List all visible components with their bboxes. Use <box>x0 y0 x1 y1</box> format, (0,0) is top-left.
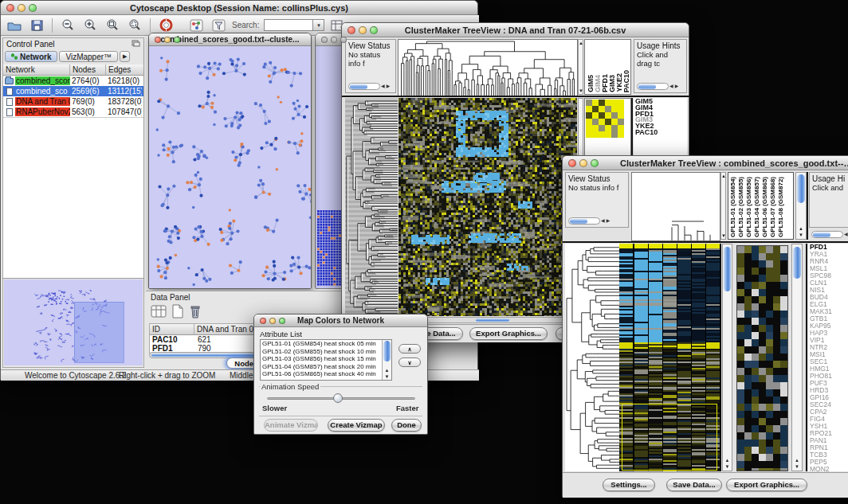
select-attributes-icon[interactable] <box>151 304 167 322</box>
new-attribute-icon[interactable] <box>171 304 184 322</box>
tv1-column-dendrogram-canvas[interactable] <box>398 39 578 96</box>
scroll-left-icon[interactable]: ◀ <box>380 83 386 90</box>
attribute-item[interactable]: GPL51-04 (GSM857) heat shock 20 min <box>261 363 391 371</box>
network-row[interactable]: combined_sco2569(6)13112(15) <box>3 86 143 96</box>
attribute-item[interactable]: GPL51-07 (GSM868) heat shock 60 min <box>261 378 391 381</box>
cytoscape-titlebar[interactable]: Cytoscape Desktop (Session Name: collins… <box>1 1 477 15</box>
settings-button[interactable]: Settings... <box>603 479 655 491</box>
save-data-button[interactable]: Save Data... <box>666 479 722 491</box>
minimize-button[interactable] <box>164 37 171 43</box>
scroll-down-icon[interactable]: ▼ <box>383 373 391 380</box>
export-graphics-button[interactable]: Export Graphics... <box>726 479 807 491</box>
minimize-button[interactable] <box>331 37 337 43</box>
column-label[interactable]: GPL51-07 (GSM868) <box>770 177 776 237</box>
column-header-edges[interactable]: Edges <box>106 64 143 75</box>
minimize-button[interactable] <box>18 4 26 12</box>
close-button[interactable] <box>321 37 328 43</box>
tv2-usage-scrollbar[interactable]: ◀ ▶ <box>811 230 848 238</box>
zoom-selected-icon[interactable] <box>126 18 143 33</box>
scroll-right-icon[interactable]: ▶ <box>386 83 391 90</box>
tv2-labels-scrollbar[interactable]: ▲ ▼ <box>795 172 807 240</box>
slider-thumb[interactable] <box>333 393 343 403</box>
minimize-button[interactable] <box>269 318 276 324</box>
tv2-vertical-scrollbar[interactable]: ▲ ▼ <box>722 244 732 471</box>
tv1-heatmap-canvas[interactable] <box>398 98 577 316</box>
attribute-item[interactable]: GPL51-02 (GSM855) heat shock 10 min <box>261 348 391 356</box>
treeview2-titlebar[interactable]: ClusterMaker TreeView : combined_scores_… <box>563 156 848 170</box>
gene-label[interactable]: MON2 <box>810 466 848 471</box>
close-button[interactable] <box>568 159 576 167</box>
column-header-network[interactable]: Network <box>3 64 70 75</box>
network-view-canvas[interactable] <box>149 46 311 288</box>
treeview1-titlebar[interactable]: ClusterMaker TreeView : DNA and Tran 07-… <box>342 23 689 37</box>
plugins-icon[interactable] <box>187 18 205 33</box>
help-lifering-icon[interactable] <box>157 18 175 33</box>
scroll-right-icon[interactable]: ▶ <box>674 83 680 90</box>
search-field[interactable] <box>264 19 313 31</box>
column-label[interactable]: GPL51-01 (GSM854) <box>730 177 736 237</box>
tv2-detail-scrollbar[interactable]: ▲ ▼ <box>791 244 803 471</box>
float-panel-icon[interactable] <box>132 40 140 49</box>
scroll-up-icon[interactable]: ▲ <box>792 457 802 463</box>
export-graphics-button[interactable]: Export Graphics... <box>469 327 548 340</box>
column-label[interactable]: GPL51-03 (GSM856) <box>746 177 752 237</box>
move-down-button[interactable]: ∨ <box>398 357 421 367</box>
close-button[interactable] <box>155 37 161 43</box>
create-vizmap-button[interactable]: Create Vizmap <box>328 419 385 432</box>
dialog-titlebar[interactable]: Map Colors to Network <box>254 315 427 327</box>
zoom-fit-icon[interactable] <box>104 18 121 33</box>
delete-attribute-icon[interactable] <box>189 304 202 322</box>
zoom-button[interactable] <box>174 37 180 43</box>
filter-icon[interactable] <box>210 18 227 33</box>
zoom-button[interactable] <box>340 37 347 43</box>
column-header-id[interactable]: ID <box>150 324 194 334</box>
tv1-status-scrollbar[interactable]: ◀ ▶ <box>348 82 391 90</box>
column-label[interactable]: GPL51-02 (GSM855) <box>738 177 744 237</box>
scroll-up-icon[interactable]: ▲ <box>723 457 732 463</box>
scroll-up-icon[interactable]: ▲ <box>383 367 391 373</box>
column-label[interactable]: GPL51-08 (GSM872) <box>778 177 784 237</box>
minimize-button[interactable] <box>359 26 367 34</box>
search-input[interactable]: ▼ <box>264 19 324 31</box>
row-label[interactable]: PAC10 <box>635 130 685 136</box>
tab-vizmapper[interactable]: VizMapper™ <box>59 51 118 62</box>
scroll-down-icon[interactable]: ▼ <box>792 463 802 470</box>
close-button[interactable] <box>260 318 266 324</box>
column-label[interactable]: GPL51-06 (GSM865) <box>762 177 768 237</box>
save-session-icon[interactable] <box>28 18 45 33</box>
scroll-down-icon[interactable]: ▼ <box>723 463 732 470</box>
scroll-down-icon[interactable]: ▼ <box>721 232 725 239</box>
attribute-listbox[interactable]: GPL51-01 (GSM854) heat shock 05 minGPL51… <box>260 339 392 381</box>
scroll-left-icon[interactable]: ◀ <box>843 231 848 238</box>
tv2-column-dendrogram-canvas[interactable] <box>631 172 720 241</box>
network-view-titlebar[interactable]: combined_scores_good.txt--cluste... <box>149 33 311 46</box>
tv1-row-dendrogram-canvas[interactable] <box>345 98 398 316</box>
zoom-out-icon[interactable] <box>59 18 77 33</box>
attribute-item[interactable]: GPL51-01 (GSM854) heat shock 05 min <box>261 340 391 348</box>
close-button[interactable] <box>347 26 355 34</box>
done-button[interactable]: Done <box>391 419 422 432</box>
tv2-detail-heatmap-canvas[interactable] <box>736 245 788 471</box>
scroll-right-icon[interactable]: ▶ <box>606 217 611 225</box>
zoom-button[interactable] <box>591 159 599 167</box>
zoom-button[interactable] <box>370 26 378 34</box>
scroll-up-icon[interactable]: ▲ <box>579 40 583 46</box>
overview-canvas[interactable] <box>4 279 143 365</box>
zoom-in-icon[interactable] <box>81 18 99 33</box>
search-dropdown-icon[interactable]: ▼ <box>313 19 324 31</box>
network-row[interactable]: RNAPuberNov2+I563(0)107847(0) <box>3 107 143 117</box>
close-button[interactable] <box>6 4 14 12</box>
tv1-top-scrollbar[interactable]: ▲ ▼ <box>578 39 583 95</box>
column-label[interactable]: PAC10 <box>623 70 630 92</box>
scroll-up-icon[interactable]: ▲ <box>721 173 725 179</box>
zoom-button[interactable] <box>29 4 37 12</box>
scroll-left-icon[interactable]: ◀ <box>669 83 674 90</box>
attribute-item[interactable]: GPL51-06 (GSM865) heat shock 40 min <box>261 370 391 378</box>
scroll-up-icon[interactable]: ▲ <box>796 225 806 232</box>
listbox-scrollbar[interactable]: ▲ ▼ <box>382 340 391 380</box>
animate-vizmap-button[interactable]: Animate Vizmap <box>264 419 318 432</box>
scroll-left-icon[interactable]: ◀ <box>600 217 606 225</box>
network-row[interactable]: DNA and Tran 07769(0)183728(0) <box>3 96 143 107</box>
network-row[interactable]: combined_scores2764(0)16218(0) <box>3 76 143 86</box>
tv1-usage-scrollbar[interactable]: ◀ ▶ <box>637 82 679 90</box>
